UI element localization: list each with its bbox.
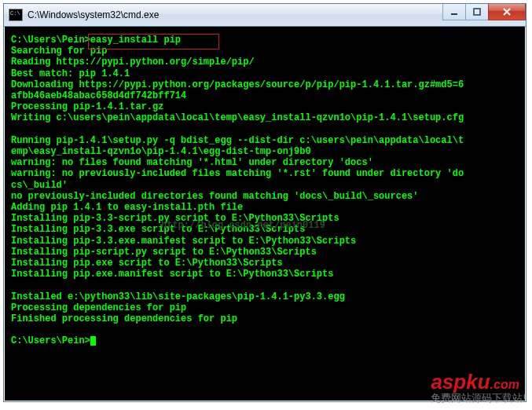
output-line: no previously-included directories found… xyxy=(11,191,519,202)
output-line xyxy=(11,324,519,335)
prompt-line-2: C:\Users\Pein> xyxy=(11,335,519,346)
output-line: Searching for pip xyxy=(11,46,519,57)
window-buttons xyxy=(443,4,526,20)
output-line xyxy=(11,280,519,291)
cmd-icon xyxy=(9,9,23,21)
output-line: Installed e:\python33\lib\site-packages\… xyxy=(11,291,519,302)
output-line: Installing pip.exe.manifest script to E:… xyxy=(11,269,519,280)
output-line: Installing pip-script.py script to E:\Py… xyxy=(11,247,519,258)
output-line: emp\easy_install-qzvn1o\pip-1.4.1\egg-di… xyxy=(11,146,519,157)
output-line: afbb46aeb48abac658d4df742bff714 xyxy=(11,90,519,101)
maximize-button[interactable] xyxy=(465,4,489,20)
window-title: C:\Windows\system32\cmd.exe xyxy=(28,9,159,20)
cmd-window: C:\Windows\system32\cmd.exe C:\Users\Pei… xyxy=(3,3,526,402)
output-line: Best match: pip 1.4.1 xyxy=(11,68,519,79)
output-line xyxy=(11,124,519,135)
output-line: Downloading https://pypi.python.org/pack… xyxy=(11,79,519,90)
output-line: Writing c:\users\pein\appdata\local\temp… xyxy=(11,112,519,123)
prompt-line: C:\Users\Pein>easy_install pip xyxy=(11,35,519,46)
output-line: Processing pip-1.4.1.tar.gz xyxy=(11,101,519,112)
svg-rect-1 xyxy=(474,9,480,15)
output-line: Reading https://pypi.python.org/simple/p… xyxy=(11,57,519,68)
output-line: cs\_build' xyxy=(11,180,519,191)
output-line: Installing pip-3.3.exe script to E:\Pyth… xyxy=(11,224,519,235)
output-line: warning: no previously-included files ma… xyxy=(11,168,519,179)
command-input[interactable]: easy_install pip xyxy=(90,35,181,46)
output-line: Installing pip-3.3.exe.manifest script t… xyxy=(11,236,519,247)
prompt: C:\Users\Pein> xyxy=(11,35,90,46)
output-line: Finished processing dependencies for pip xyxy=(11,313,519,324)
terminal-output: Searching for pipReading https://pypi.py… xyxy=(11,46,519,335)
close-button[interactable] xyxy=(488,4,526,20)
output-line: Adding pip 1.4.1 to easy-install.pth fil… xyxy=(11,202,519,213)
minimize-button[interactable] xyxy=(442,4,466,20)
output-line: Installing pip.exe script to E:\Python33… xyxy=(11,258,519,269)
svg-rect-0 xyxy=(451,13,457,15)
titlebar[interactable]: C:\Windows\system32\cmd.exe xyxy=(4,4,526,27)
output-line: Running pip-1.4.1\setup.py -q bdist_egg … xyxy=(11,135,519,146)
prompt: C:\Users\Pein> xyxy=(11,335,90,346)
output-line: Processing dependencies for pip xyxy=(11,302,519,313)
terminal-area[interactable]: C:\Users\Pein>easy_install pip Searching… xyxy=(8,30,522,397)
output-line: warning: no files found matching '*.html… xyxy=(11,157,519,168)
output-line: Installing pip-3.3-script.py script to E… xyxy=(11,213,519,224)
cursor xyxy=(90,336,96,346)
